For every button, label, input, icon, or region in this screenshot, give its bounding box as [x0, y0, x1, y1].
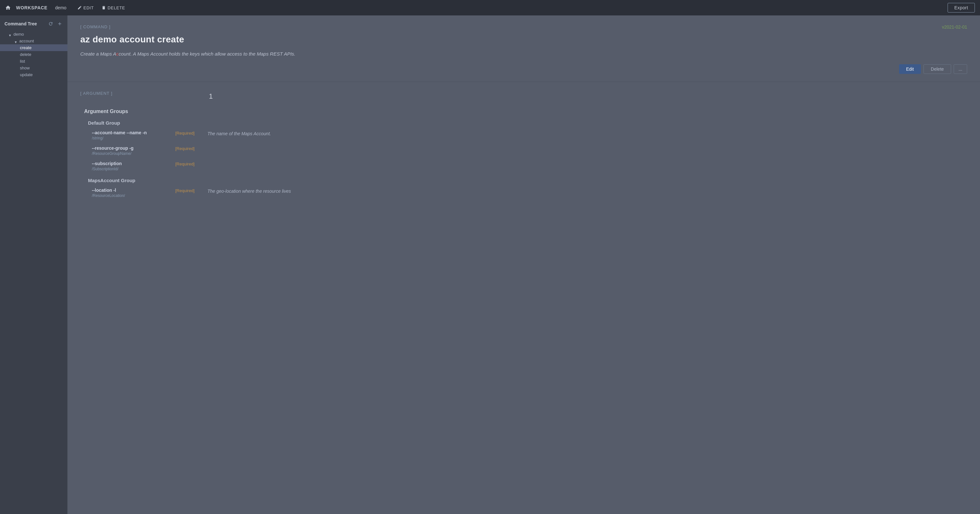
tree-demo[interactable]: demo — [0, 31, 67, 38]
page-number: 1 — [209, 92, 213, 101]
tree-item-label: list — [20, 59, 25, 64]
arg-desc: The geo-location where the resource live… — [207, 188, 967, 195]
export-button[interactable]: Export — [948, 3, 975, 13]
arg-type: /ResourceLocation/ — [92, 193, 175, 198]
arg-required: [Required] — [175, 130, 207, 136]
tree-item-label: create — [20, 45, 32, 50]
command-actions: Edit Delete ... — [80, 64, 967, 74]
arg-row-resource-group: --resource-group -g /ResourceGroupName/ … — [92, 145, 967, 156]
tree-item-label: demo — [13, 32, 24, 37]
tree-item-label: account — [19, 38, 34, 43]
more-command-button[interactable]: ... — [954, 64, 967, 74]
delete-command-button[interactable]: Delete — [923, 64, 951, 74]
tree-item-label: update — [20, 72, 33, 77]
delete-button[interactable]: DELETE — [98, 4, 128, 11]
tree-list[interactable]: list — [0, 58, 67, 65]
chevron-down-icon — [9, 33, 12, 36]
content-area: v2021-02-01 [ COMMAND ] az demo account … — [67, 15, 980, 514]
sidebar-header: Command Tree — [0, 15, 67, 31]
arg-required: [Required] — [175, 188, 207, 193]
highlight-char: c — [116, 51, 119, 56]
arg-type: /string/ — [92, 136, 175, 140]
arg-name: --subscription — [92, 161, 175, 166]
edit-button[interactable]: EDIT — [74, 4, 97, 11]
default-group-name: Default Group — [88, 120, 967, 126]
argument-section: [ ARGUMENT ] 1 Argument Groups Default G… — [67, 82, 980, 211]
edit-command-button[interactable]: Edit — [899, 64, 921, 74]
arg-name: --location -l — [92, 188, 175, 193]
arg-name: --account-name --name -n — [92, 130, 175, 135]
command-section-label: [ COMMAND ] — [80, 24, 967, 29]
tree-item-label: show — [20, 65, 30, 70]
arg-row-account-name: --account-name --name -n /string/ [Requi… — [92, 130, 967, 140]
main-layout: Command Tree demo account create delete — [0, 15, 980, 514]
tree-item-label: delete — [20, 52, 31, 57]
tree-delete[interactable]: delete — [0, 51, 67, 58]
tree-create[interactable]: create — [0, 44, 67, 51]
section-header-row: v2021-02-01 [ COMMAND ] — [80, 24, 967, 29]
sidebar-actions — [48, 21, 63, 27]
arg-required: [Required] — [175, 161, 207, 166]
tree-account[interactable]: account — [0, 38, 67, 44]
tree-update[interactable]: update — [0, 71, 67, 78]
command-description: Create a Maps Account. A Maps Account ho… — [80, 50, 967, 58]
topnav: WORKSPACE demo EDIT DELETE Export — [0, 0, 980, 15]
topnav-actions: EDIT DELETE — [74, 4, 129, 11]
workspace-label: WORKSPACE — [16, 5, 48, 10]
arg-desc — [207, 161, 967, 161]
arg-desc: The name of the Maps Account. — [207, 130, 967, 137]
version-label: v2021-02-01 — [942, 24, 967, 30]
arg-type: /ResourceGroupName/ — [92, 151, 175, 156]
chevron-down-icon — [15, 40, 18, 43]
arg-row-location: --location -l /ResourceLocation/ [Requir… — [92, 188, 967, 198]
arg-row-subscription: --subscription /SubscriptionId/ [Require… — [92, 161, 967, 171]
command-title: az demo account create — [80, 34, 967, 45]
command-section: v2021-02-01 [ COMMAND ] az demo account … — [67, 15, 980, 82]
home-button[interactable] — [5, 5, 11, 11]
arg-desc — [207, 145, 967, 146]
arg-type: /SubscriptionId/ — [92, 167, 175, 171]
demo-label: demo — [55, 5, 67, 10]
argument-groups-label: Argument Groups — [84, 109, 967, 114]
arg-name: --resource-group -g — [92, 145, 175, 151]
tree-show[interactable]: show — [0, 65, 67, 71]
sidebar-title: Command Tree — [5, 21, 37, 26]
mapsaccount-group-name: MapsAccount Group — [88, 178, 967, 183]
sidebar: Command Tree demo account create delete — [0, 15, 67, 514]
add-button[interactable] — [57, 21, 63, 27]
refresh-button[interactable] — [48, 21, 54, 27]
arg-required: [Required] — [175, 145, 207, 151]
argument-section-label: [ ARGUMENT ] — [80, 91, 112, 96]
